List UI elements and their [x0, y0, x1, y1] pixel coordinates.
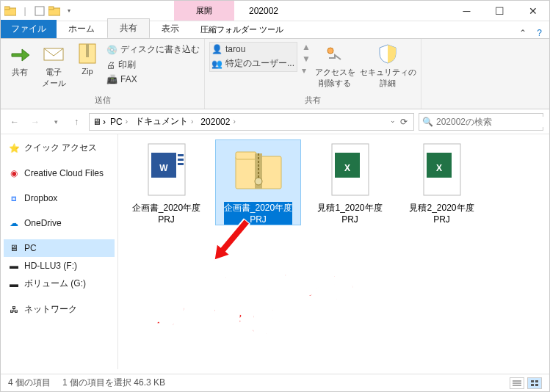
dropbox-icon: ⧈: [8, 192, 20, 204]
share-specific-users[interactable]: 👥特定のユーザー...: [211, 57, 295, 70]
file-item-zip[interactable]: 企画書_2020年度 PRJ: [216, 140, 300, 225]
nav-network[interactable]: 🖧ネットワーク: [4, 300, 115, 319]
tab-file[interactable]: ファイル: [1, 20, 57, 38]
burn-disc-button[interactable]: 💿ディスクに書き込む: [106, 43, 200, 56]
nav-creative-cloud[interactable]: ◉Creative Cloud Files: [4, 164, 115, 182]
recent-dropdown[interactable]: ▾: [48, 114, 64, 130]
forward-button[interactable]: →: [27, 114, 43, 130]
tab-view[interactable]: 表示: [150, 20, 192, 38]
nav-hdd[interactable]: ▬HD-LLU3 (F:): [4, 257, 115, 275]
svg-point-18: [255, 178, 262, 185]
pc-icon: 🖥: [93, 117, 101, 127]
svg-text:X: X: [344, 163, 350, 173]
scroll-up-icon[interactable]: ▲: [302, 42, 311, 52]
drive-icon: ▬: [8, 278, 20, 290]
svg-text:X: X: [435, 163, 441, 173]
drive-icon: ▬: [8, 260, 20, 272]
minimize-button[interactable]: ─: [450, 1, 483, 21]
crumb-pc: PC›: [107, 117, 131, 127]
svg-rect-12: [178, 154, 184, 156]
disc-icon: 💿: [106, 45, 117, 55]
user-icon: 👤: [211, 44, 222, 54]
svg-rect-2: [35, 7, 44, 15]
zip-button[interactable]: Zip: [73, 42, 102, 76]
help-icon[interactable]: ?: [537, 28, 542, 38]
tab-home[interactable]: ホーム: [57, 20, 107, 38]
share-button[interactable]: 共有: [5, 42, 35, 78]
nav-onedrive[interactable]: ☁OneDrive: [4, 214, 115, 232]
file-item-excel2[interactable]: X 見積2_2020年度 PRJ: [399, 140, 484, 225]
mail-icon: [42, 42, 65, 65]
email-button[interactable]: 電子 メール: [39, 42, 68, 89]
maximize-button[interactable]: ☐: [483, 1, 516, 21]
svg-rect-31: [531, 384, 534, 386]
breadcrumb[interactable]: 🖥› PC› ドキュメント› 202002› ⌄ ⟳: [89, 113, 414, 131]
fax-button[interactable]: 📠FAX: [106, 74, 200, 84]
file-item-excel1[interactable]: X 見積1_2020年度 PRJ: [308, 140, 392, 225]
up-button[interactable]: ↑: [68, 114, 84, 130]
folder-open-icon[interactable]: [48, 4, 61, 18]
pc-icon: 🖥: [8, 242, 20, 254]
tab-share[interactable]: 共有: [107, 18, 150, 38]
icons-view-button[interactable]: [527, 377, 542, 389]
selected-info: 1 個の項目を選択 46.3 KB: [62, 377, 165, 389]
search-input[interactable]: [436, 117, 546, 127]
nav-dropbox[interactable]: ⧈Dropbox: [4, 189, 115, 207]
qat-dropdown-icon[interactable]: ▾: [62, 4, 76, 18]
navigation-pane[interactable]: ⭐クイック アクセス ◉Creative Cloud Files ⧈Dropbo…: [1, 134, 118, 369]
print-button[interactable]: 🖨印刷: [106, 59, 200, 71]
scroll-more-icon[interactable]: ▾: [302, 65, 311, 76]
crumb-docs: ドキュメント›: [132, 115, 196, 128]
svg-rect-14: [178, 163, 184, 165]
zip-icon: [76, 42, 99, 65]
share-user-tarou[interactable]: 👤tarou: [211, 44, 295, 54]
status-bar: 4 個の項目 1 個の項目を選択 46.3 KB: [1, 374, 549, 391]
group-label-share: 共有: [205, 93, 421, 109]
nav-volume[interactable]: ▬ボリューム (G:): [4, 275, 115, 293]
close-button[interactable]: ✕: [516, 1, 549, 21]
svg-rect-29: [531, 380, 534, 382]
svg-point-8: [328, 48, 333, 54]
security-details-button[interactable]: セキュリティの 詳細: [360, 42, 416, 89]
scroll-down-icon[interactable]: ▼: [302, 54, 311, 64]
details-view-button[interactable]: [510, 377, 524, 389]
search-icon: 🔍: [422, 117, 433, 127]
svg-rect-30: [535, 380, 538, 382]
network-icon: 🖧: [8, 304, 20, 316]
excel-doc-icon: X: [413, 140, 471, 199]
refresh-icon[interactable]: ⟳: [400, 117, 408, 127]
remove-access-icon: [323, 42, 347, 65]
remove-access-button[interactable]: アクセスを 削除する: [315, 42, 355, 89]
svg-rect-7: [86, 44, 89, 57]
file-name: 見積1_2020年度 PRJ: [317, 202, 382, 225]
window-title: 202002: [234, 1, 293, 21]
word-doc-icon: W: [137, 140, 196, 199]
star-icon: ⭐: [8, 142, 20, 154]
search-box[interactable]: 🔍: [419, 113, 543, 131]
ribbon-tabs: ファイル ホーム 共有 表示 圧縮フォルダー ツール ⌃ ?: [1, 21, 549, 39]
svg-rect-4: [48, 7, 54, 10]
file-item-word[interactable]: W 企画書_2020年度 PRJ: [124, 140, 209, 225]
title-bar: | ▾ 展開 202002 ─ ☐ ✕: [1, 1, 549, 21]
back-button[interactable]: ←: [7, 114, 23, 130]
nav-quick-access[interactable]: ⭐クイック アクセス: [4, 139, 115, 157]
context-title: 展開: [174, 1, 234, 21]
svg-rect-13: [178, 159, 184, 161]
svg-rect-1: [4, 7, 10, 10]
cc-icon: ◉: [8, 167, 20, 179]
folder-icon: [4, 4, 17, 18]
users-icon: 👥: [211, 59, 222, 69]
printer-icon: 🖨: [106, 60, 115, 70]
checkbox-icon[interactable]: [33, 4, 46, 18]
history-dropdown-icon[interactable]: ⌄: [390, 117, 396, 127]
crumb-folder: 202002›: [198, 117, 238, 127]
collapse-ribbon-icon[interactable]: ⌃: [519, 28, 527, 38]
svg-rect-16: [236, 152, 256, 159]
tab-context[interactable]: 圧縮フォルダー ツール: [192, 21, 292, 38]
zip-folder-icon: [229, 140, 288, 199]
nav-pc[interactable]: 🖥PC: [4, 239, 115, 257]
group-label-send: 送信: [1, 93, 204, 109]
window-controls: ─ ☐ ✕: [450, 1, 549, 21]
share-icon: [8, 42, 32, 65]
cloud-icon: ☁: [8, 217, 20, 229]
